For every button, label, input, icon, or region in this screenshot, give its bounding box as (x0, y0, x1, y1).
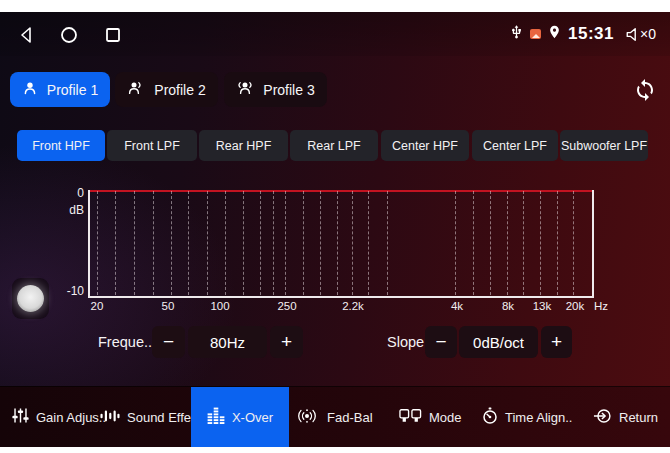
x-tick-label: 100 (210, 300, 229, 312)
grid-line (134, 191, 135, 295)
grid-line (455, 191, 456, 295)
tab-rear-lpf[interactable]: Rear LPF (290, 130, 378, 161)
x-tick-label: 250 (277, 300, 296, 312)
tab-center-lpf[interactable]: Center LPF (472, 130, 558, 161)
reset-button[interactable] (629, 74, 661, 106)
x-tick-label: Hz (594, 300, 608, 312)
toolbar-mode[interactable]: Mode (399, 387, 462, 447)
toolbar-gain-adjust[interactable]: Gain Adjus.. (12, 387, 106, 447)
grid-line (171, 191, 172, 295)
grid-line (507, 191, 508, 295)
grid-line (153, 191, 154, 295)
slope-decrease-button[interactable]: − (425, 326, 457, 358)
tab-center-hpf[interactable]: Center HPF (381, 130, 469, 161)
tab-label: Rear HPF (216, 139, 272, 153)
fade-balance-icon (294, 408, 320, 427)
x-tick-label: 20 (91, 300, 104, 312)
grid-line (523, 191, 524, 295)
toolbar-fad-bal[interactable]: Fad-Bal (294, 387, 373, 447)
grid-line (303, 191, 304, 295)
status-bar: 15:31 ×0 (0, 12, 670, 56)
tab-label: Front HPF (32, 139, 90, 153)
toolbar-x-over[interactable]: X-Over (191, 387, 289, 447)
home-icon[interactable] (60, 26, 78, 44)
plot-area (88, 190, 594, 298)
toolbar-return[interactable]: Return (593, 387, 658, 447)
grid-line (273, 191, 274, 295)
profile-label: Profile 1 (47, 82, 98, 98)
toolbar-sound-effects[interactable]: Sound Effe.. (100, 387, 198, 447)
slope-value: 0dB/oct (459, 326, 538, 358)
tab-front-lpf[interactable]: Front LPF (107, 130, 197, 161)
sound-bars-icon (100, 408, 120, 427)
toolbar-label: Sound Effe.. (127, 410, 198, 425)
grid-line (490, 191, 491, 295)
volume-knob-button[interactable] (12, 278, 49, 319)
grid-line (285, 191, 286, 295)
grid-line (115, 191, 116, 295)
x-tick-label: 20k (566, 300, 585, 312)
tab-label: Rear LPF (307, 139, 361, 153)
profile-label: Profile 3 (263, 82, 314, 98)
toolbar-label: Mode (429, 410, 462, 425)
toolbar-label: Gain Adjus.. (36, 410, 106, 425)
frequency-value: 80Hz (188, 326, 267, 358)
back-icon[interactable] (18, 26, 33, 44)
grid-line (243, 191, 244, 295)
grid-line (540, 191, 541, 295)
person-icon (22, 80, 38, 99)
grid-line (337, 191, 338, 295)
profile-3-button[interactable]: Profile 3 (224, 72, 327, 107)
mute-count: ×0 (640, 26, 656, 42)
recents-icon[interactable] (105, 27, 121, 43)
y-axis-min-label: -10 (56, 284, 84, 298)
grid-line (473, 191, 474, 295)
x-tick-label: 13k (533, 300, 552, 312)
grid-line (573, 191, 574, 295)
equalizer-icon (207, 407, 225, 428)
toolbar-label: Return (619, 410, 658, 425)
return-arrow-icon (593, 408, 612, 427)
app-notification-icon (530, 29, 541, 39)
profile-label: Profile 2 (154, 82, 205, 98)
grid-line (352, 191, 353, 295)
grid-line (368, 191, 369, 295)
x-tick-label: 2.2k (342, 300, 364, 312)
toolbar-time-align[interactable]: Time Align.. (482, 387, 572, 447)
toolbar-label: Time Align.. (505, 410, 572, 425)
y-axis-unit-label: dB (56, 203, 84, 217)
grid-line (260, 191, 261, 295)
tab-front-hpf[interactable]: Front HPF (17, 130, 105, 161)
frequency-increase-button[interactable]: + (270, 326, 303, 358)
tab-label: Front LPF (124, 139, 180, 153)
x-tick-label: 50 (162, 300, 175, 312)
toolbar-label: Fad-Bal (327, 410, 373, 425)
slope-increase-button[interactable]: + (541, 326, 572, 358)
profile-1-button[interactable]: Profile 1 (10, 72, 110, 107)
gain-sliders-icon (12, 407, 29, 427)
tab-label: Subwoofer LPF (561, 139, 647, 153)
tab-subwoofer-lpf[interactable]: Subwoofer LPF (560, 130, 648, 161)
x-axis-labels: 20501002502.2k4k8k13k20kHz (0, 300, 670, 314)
frequency-decrease-button[interactable]: − (152, 326, 185, 358)
grid-line (320, 191, 321, 295)
stopwatch-icon (482, 407, 498, 428)
clock: 15:31 (568, 24, 614, 44)
mode-icon (399, 408, 422, 427)
person-broadcast-icon (236, 80, 254, 99)
tab-rear-hpf[interactable]: Rear HPF (199, 130, 288, 161)
profile-2-button[interactable]: Profile 2 (115, 72, 218, 107)
bottom-toolbar: Gain Adjus.. Sound Effe.. X-Over Fad-Bal… (0, 386, 670, 447)
person-speaking-icon (127, 80, 145, 99)
grid-line (387, 191, 388, 295)
volume-status: ×0 (624, 26, 656, 43)
location-icon (547, 24, 562, 44)
x-tick-label: 4k (451, 300, 463, 312)
response-curve (90, 190, 592, 192)
frequency-label: Freque.. (98, 326, 152, 358)
grid-line (97, 191, 98, 295)
x-tick-label: 8k (502, 300, 514, 312)
y-axis-max-label: 0 (56, 186, 84, 200)
volume-muted-icon (624, 26, 639, 43)
slope-label: Slope (387, 326, 424, 358)
